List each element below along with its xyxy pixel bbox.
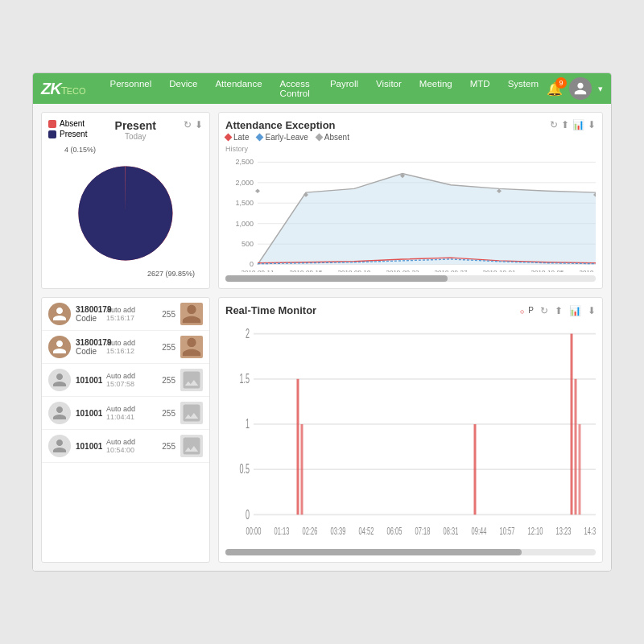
activity-info: 101001 [76, 442, 101, 451]
attendance-chart-svg: 2,500 2,000 1,500 1,000 500 0 2019-09-11… [225, 155, 596, 272]
pie-chart [73, 161, 178, 266]
event-time: 15:07:58 [106, 380, 134, 388]
att-refresh-icon[interactable]: ↻ [550, 119, 558, 130]
nav-item-attendance[interactable]: Attendance [207, 74, 270, 103]
att-absent-icon [315, 134, 323, 142]
absent-label: Absent [60, 119, 85, 128]
activity-id: 31800179 [76, 338, 101, 347]
event-time: 11:04:41 [106, 413, 134, 421]
activity-num: 255 [155, 442, 175, 451]
svg-text:2,500: 2,500 [235, 158, 254, 166]
user-dropdown-arrow[interactable]: ▾ [598, 84, 603, 94]
svg-text:1,000: 1,000 [235, 220, 254, 228]
activity-info: 31800179 Codie [76, 338, 101, 356]
activity-item: 101001 Auto add 15:07:58255 [42, 364, 209, 397]
nav-item-meeting[interactable]: Meeting [411, 74, 460, 103]
logo: ZKT ECO [41, 80, 85, 98]
attendance-scrollbar[interactable] [225, 275, 596, 282]
att-absent-label: Absent [324, 133, 349, 142]
activity-info: 101001 [76, 376, 101, 385]
svg-text:02:26: 02:26 [303, 525, 318, 537]
realtime-chart-svg: 2 1.5 1 0.5 0 00:00 01:13 02:26 03:39 04… [225, 320, 596, 546]
app-window: ZKT ECO PersonnelDeviceAttendanceAccess … [32, 72, 612, 572]
svg-text:00:00: 00:00 [246, 525, 262, 537]
activity-avatar [48, 435, 71, 457]
bottom-row: 31800179 CodieAuto add 15:16:17255318001… [41, 297, 603, 563]
activity-event: Auto add 11:04:41 [106, 405, 151, 421]
nav-item-personnel[interactable]: Personnel [101, 74, 159, 103]
svg-text:09:44: 09:44 [472, 525, 487, 537]
navbar: ZKT ECO PersonnelDeviceAttendanceAccess … [33, 73, 611, 104]
activity-item: 101001 Auto add 10:54:00255 [42, 430, 209, 463]
svg-text:2,000: 2,000 [235, 179, 254, 187]
attendance-legend: Late Early-Leave Absent [225, 133, 349, 142]
absent-dot [48, 120, 56, 128]
svg-text:500: 500 [242, 240, 254, 248]
rt-chart-icon[interactable]: 📊 [569, 305, 581, 316]
attendance-scrollbar-thumb[interactable] [225, 275, 448, 282]
event-time: 15:16:12 [106, 347, 134, 355]
svg-text:1.5: 1.5 [239, 371, 250, 386]
notification-badge: 9 [555, 77, 567, 89]
attendance-card-header: Attendance Exception Late Early-Leave [225, 119, 596, 142]
nav-item-payroll[interactable]: Payroll [322, 74, 366, 103]
nav-items: PersonnelDeviceAttendanceAccess ControlP… [101, 74, 547, 103]
legend-present: Present [48, 130, 87, 138]
nav-item-visitor[interactable]: Visitor [368, 74, 410, 103]
attendance-title-block: Attendance Exception Late Early-Leave [225, 119, 349, 142]
nav-item-device[interactable]: Device [161, 74, 205, 103]
svg-text:0.5: 0.5 [239, 462, 250, 477]
legend-att-absent: Absent [316, 133, 349, 142]
att-share-icon[interactable]: ⬆ [561, 119, 569, 130]
att-chart-icon[interactable]: 📊 [572, 119, 584, 130]
realtime-scrollbar[interactable] [225, 549, 596, 555]
late-label: Late [233, 133, 249, 142]
realtime-card: Real-Time Monitor ⬦ P ↻ ⬆ 📊 ⬇ [218, 297, 603, 563]
early-leave-icon [256, 134, 264, 142]
present-subtitle: Today [115, 132, 156, 141]
legend-early-leave: Early-Leave [257, 133, 308, 142]
attendance-chart-area: 2,500 2,000 1,500 1,000 500 0 2019-09-11… [225, 155, 596, 272]
activity-list: 31800179 CodieAuto add 15:16:17255318001… [42, 298, 209, 562]
svg-text:12:10: 12:10 [528, 525, 543, 537]
realtime-scrollbar-thumb[interactable] [225, 549, 522, 555]
rt-download-icon[interactable]: ⬇ [588, 305, 596, 316]
present-title-block: Present Today [115, 119, 156, 141]
activity-avatar [48, 303, 71, 325]
activity-avatar [48, 336, 71, 358]
notification-bell[interactable]: 🔔 9 [547, 81, 563, 97]
realtime-right: ⬦ P ↻ ⬆ 📊 ⬇ [519, 305, 596, 316]
svg-text:0: 0 [246, 507, 250, 522]
activity-name: Codie [76, 347, 101, 356]
activity-avatar [48, 402, 71, 424]
event-type: Auto add [106, 306, 135, 314]
nav-item-mtd[interactable]: MTD [462, 74, 498, 103]
user-avatar[interactable] [569, 77, 592, 100]
svg-text:2019-09-11: 2019-09-11 [242, 269, 275, 272]
svg-text:07:18: 07:18 [415, 525, 431, 537]
activity-photo-thumb [180, 303, 203, 325]
activity-num: 255 [155, 343, 175, 352]
activity-item: 101001 Auto add 11:04:41255 [42, 397, 209, 430]
event-type: Auto add [106, 372, 135, 380]
event-type: Auto add [106, 339, 135, 347]
svg-text:2019-09-23: 2019-09-23 [386, 269, 419, 272]
refresh-icon[interactable]: ↻ [184, 119, 192, 130]
rt-legend-label: P [528, 306, 534, 315]
rt-refresh-icon[interactable]: ↻ [540, 305, 548, 316]
rt-share-icon[interactable]: ⬆ [555, 305, 563, 316]
activity-id: 101001 [76, 409, 101, 418]
pie-chart-container: 4 (0.15%) 2627 (99.85%) [48, 144, 203, 282]
activity-photo-thumb [180, 369, 203, 391]
att-download-icon[interactable]: ⬇ [588, 119, 596, 130]
event-time: 15:16:17 [106, 314, 134, 322]
svg-text:0: 0 [250, 261, 254, 269]
download-icon[interactable]: ⬇ [195, 119, 203, 130]
outer-frame: ZKT ECO PersonnelDeviceAttendanceAccess … [0, 0, 644, 644]
nav-item-access-control[interactable]: Access Control [272, 74, 320, 103]
legend-late: Late [225, 133, 249, 142]
nav-item-system[interactable]: System [500, 74, 547, 103]
top-row: Absent Present Present Today [41, 112, 603, 289]
activity-item: 31800179 CodieAuto add 15:16:12255 [42, 331, 209, 364]
activity-event: Auto add 15:07:58 [106, 372, 151, 388]
